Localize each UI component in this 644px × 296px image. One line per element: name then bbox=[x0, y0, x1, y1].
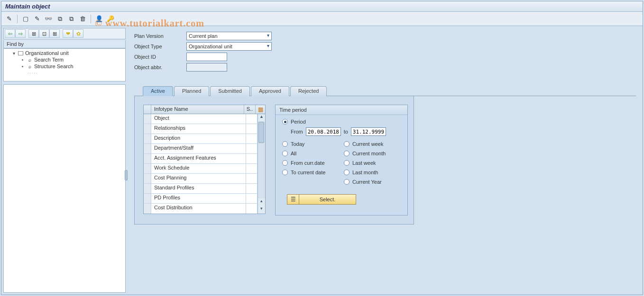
tree-area: ▾ Organizational unit ⌕ Search Term ⌕ St… bbox=[3, 48, 126, 81]
tab-rejected[interactable]: Rejected bbox=[290, 86, 327, 96]
nav-forward-icon[interactable]: ⇨ bbox=[15, 29, 26, 38]
radio-to-curr[interactable] bbox=[282, 170, 288, 175]
plan-version-label: Plan Version bbox=[134, 33, 186, 39]
tree-item-search-term[interactable]: ⌕ Search Term bbox=[5, 56, 124, 63]
plan-version-select[interactable]: Current plan bbox=[186, 32, 272, 40]
findby-header: Find by bbox=[3, 40, 126, 48]
tree-more: ..... bbox=[5, 70, 124, 74]
time-period-title: Time period bbox=[276, 105, 407, 115]
radio-last-month[interactable] bbox=[344, 170, 350, 175]
tree-root-org-unit[interactable]: ▾ Organizational unit bbox=[5, 50, 124, 56]
to-date-input[interactable] bbox=[351, 127, 386, 136]
new-icon[interactable]: ▢ bbox=[21, 14, 30, 24]
scroll-down-icon[interactable]: ▾ bbox=[258, 206, 265, 214]
table-row[interactable]: Object bbox=[144, 114, 258, 124]
tab-approved[interactable]: Approved bbox=[251, 86, 289, 96]
table-row[interactable]: Cost Planning bbox=[144, 174, 258, 184]
table-row[interactable]: Standard Profiles bbox=[144, 184, 258, 194]
tree-label: Organizational unit bbox=[25, 50, 69, 56]
infotype-rows: Object Relationships Description Departm… bbox=[144, 114, 258, 214]
splitter-handle[interactable] bbox=[125, 170, 128, 180]
collapse-icon[interactable]: ▾ bbox=[11, 51, 16, 56]
time-period-group: Time period Period From to bbox=[275, 105, 408, 215]
period-label: Period bbox=[291, 119, 306, 125]
radio-curr-month[interactable] bbox=[344, 151, 350, 156]
binocular-icon: ⌕ bbox=[27, 57, 32, 63]
content-area: Plan Version Current plan Object Type Or… bbox=[128, 26, 643, 295]
scroll-up-small-icon[interactable]: ▴ bbox=[258, 198, 265, 206]
radio-curr-year[interactable] bbox=[344, 179, 350, 185]
tree-icon-2[interactable]: ⊡ bbox=[39, 29, 49, 38]
radio-today[interactable] bbox=[282, 141, 288, 147]
radio-from-curr[interactable] bbox=[282, 160, 288, 166]
radio-curr-week[interactable] bbox=[344, 141, 350, 147]
select-button[interactable]: Select. bbox=[299, 194, 356, 205]
config-col-icon[interactable]: ▦ bbox=[256, 105, 265, 114]
tab-active[interactable]: Active bbox=[143, 86, 173, 96]
from-label: From bbox=[291, 129, 303, 135]
glasses-icon[interactable]: 👓 bbox=[44, 14, 53, 24]
tab-submitted[interactable]: Submitted bbox=[210, 86, 250, 96]
delimit-icon[interactable]: ⧉ bbox=[66, 14, 76, 24]
tree-icon-3[interactable]: ⊞ bbox=[49, 29, 60, 38]
tree-label: Search Term bbox=[34, 57, 64, 63]
scroll-up-icon[interactable]: ▲ bbox=[258, 114, 265, 122]
sidebar-toolbar: ⇦ ⇨ ⊞ ⊡ ⊞ ❤ ✿ bbox=[3, 28, 126, 39]
tree-item-structure-search[interactable]: ⌕ Structure Search bbox=[5, 63, 124, 70]
table-row[interactable]: Description bbox=[144, 134, 258, 144]
page-title: Maintain object bbox=[1, 1, 643, 12]
radio-period[interactable] bbox=[282, 119, 288, 125]
tree-label: Structure Search bbox=[34, 63, 74, 69]
object-abbr-input bbox=[186, 63, 227, 72]
object-abbr-label: Object abbr. bbox=[134, 64, 186, 70]
app-toolbar: ✎ ▢ ✎ 👓 ⧉ ⧉ 🗑 👤 🔑 bbox=[1, 12, 643, 26]
copy-icon[interactable]: ⧉ bbox=[55, 14, 64, 24]
select-icon[interactable]: ☰ bbox=[287, 194, 299, 205]
to-label: to bbox=[344, 129, 348, 135]
edit-icon[interactable]: ✎ bbox=[32, 14, 42, 24]
object-type-select[interactable]: Organizational unit bbox=[186, 42, 272, 51]
table-row[interactable]: Acct. Assignment Features bbox=[144, 154, 258, 164]
tree-icon-1[interactable]: ⊞ bbox=[28, 29, 39, 38]
wand-icon[interactable]: ✎ bbox=[4, 14, 14, 24]
key-icon[interactable]: 🔑 bbox=[106, 14, 115, 24]
infotype-name-header[interactable]: Infotype Name bbox=[151, 105, 244, 114]
table-row[interactable]: Relationships bbox=[144, 124, 258, 134]
nav-back-icon[interactable]: ⇦ bbox=[5, 29, 15, 38]
radio-last-week[interactable] bbox=[344, 160, 350, 166]
person-icon[interactable]: 👤 bbox=[94, 14, 104, 24]
radio-all[interactable] bbox=[282, 151, 288, 156]
table-row[interactable]: Department/Staff bbox=[144, 144, 258, 154]
sidebar: ⇦ ⇨ ⊞ ⊡ ⊞ ❤ ✿ Find by ▾ Organizatio bbox=[1, 26, 128, 295]
tab-planned[interactable]: Planned bbox=[174, 86, 209, 96]
object-type-label: Object Type bbox=[134, 44, 186, 49]
infotype-scrollbar[interactable]: ▲ ▴ ▾ bbox=[258, 114, 265, 214]
add-favorite-icon[interactable]: ✿ bbox=[73, 29, 83, 38]
object-id-input[interactable] bbox=[186, 53, 227, 61]
from-date-input[interactable] bbox=[306, 127, 341, 136]
table-row[interactable]: PD Profiles bbox=[144, 194, 258, 204]
tab-body: Infotype Name S.. ▦ Object Relationships… bbox=[134, 96, 414, 224]
folder-icon bbox=[18, 51, 23, 55]
selector-col-header bbox=[144, 105, 151, 114]
delete-icon[interactable]: 🗑 bbox=[78, 14, 87, 24]
object-id-label: Object ID bbox=[134, 54, 186, 60]
binocular-icon: ⌕ bbox=[27, 64, 32, 69]
status-col-header[interactable]: S.. bbox=[244, 105, 256, 114]
table-row[interactable]: Cost Distribution bbox=[144, 204, 258, 214]
tabstrip: Active Planned Submitted Approved Reject… bbox=[134, 86, 636, 96]
table-row[interactable]: Work Schedule bbox=[144, 164, 258, 174]
favorite-icon[interactable]: ❤ bbox=[63, 29, 73, 38]
sidebar-result-area bbox=[3, 84, 126, 293]
infotype-table: Infotype Name S.. ▦ Object Relationships… bbox=[143, 105, 266, 214]
